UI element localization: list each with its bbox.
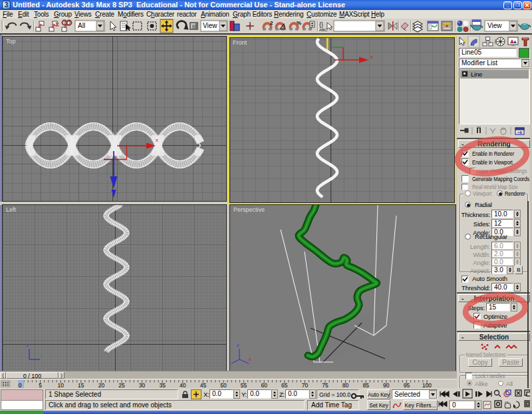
svg-text:All: All — [78, 22, 85, 29]
svg-text:z: z — [27, 343, 29, 347]
svg-text:x: x — [156, 137, 158, 143]
svg-text:%: % — [297, 20, 301, 26]
svg-text:2: 2 — [270, 20, 273, 26]
svg-text:{}: {} — [319, 21, 323, 28]
svg-text:x: x — [370, 54, 373, 60]
svg-text:0: 0 — [452, 401, 456, 409]
svg-text:z: z — [237, 343, 239, 347]
svg-text:ABC: ABC — [319, 28, 328, 32]
svg-text:x: x — [249, 357, 251, 361]
svg-text:y: y — [40, 352, 43, 357]
svg-text:View: View — [487, 22, 502, 29]
svg-text:View: View — [203, 22, 217, 29]
